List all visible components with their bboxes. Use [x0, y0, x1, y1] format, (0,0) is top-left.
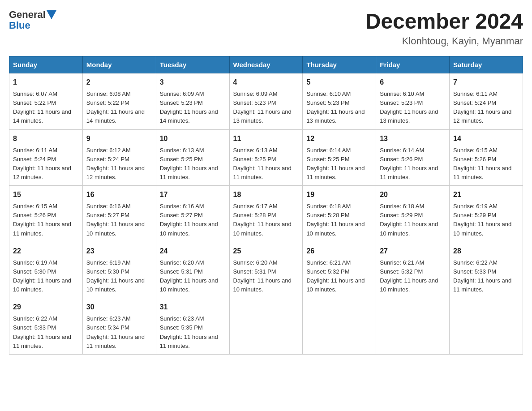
- calendar-cell: 13 Sunrise: 6:14 AMSunset: 5:26 PMDaylig…: [376, 129, 450, 186]
- calendar-cell: 18 Sunrise: 6:17 AMSunset: 5:28 PMDaylig…: [229, 186, 303, 242]
- calendar-cell: 21 Sunrise: 6:19 AMSunset: 5:29 PMDaylig…: [450, 186, 523, 242]
- calendar-cell: 9 Sunrise: 6:12 AMSunset: 5:24 PMDayligh…: [82, 129, 156, 186]
- calendar-cell: 20 Sunrise: 6:18 AMSunset: 5:29 PMDaylig…: [376, 186, 450, 242]
- day-number: 27: [380, 246, 446, 257]
- day-number: 5: [306, 77, 372, 88]
- day-number: 13: [380, 133, 446, 144]
- day-info: Sunrise: 6:16 AMSunset: 5:27 PMDaylight:…: [86, 203, 145, 236]
- header-tuesday: Tuesday: [156, 56, 229, 73]
- day-info: Sunrise: 6:10 AMSunset: 5:23 PMDaylight:…: [380, 90, 438, 124]
- calendar-cell: 2 Sunrise: 6:08 AMSunset: 5:22 PMDayligh…: [82, 73, 156, 130]
- week-row-3: 15 Sunrise: 6:15 AMSunset: 5:26 PMDaylig…: [9, 186, 523, 242]
- header-wednesday: Wednesday: [229, 56, 303, 73]
- calendar-cell: 14 Sunrise: 6:15 AMSunset: 5:26 PMDaylig…: [450, 129, 523, 186]
- day-info: Sunrise: 6:20 AMSunset: 5:31 PMDaylight:…: [233, 259, 292, 293]
- day-number: 10: [160, 133, 226, 144]
- calendar-cell: [229, 298, 303, 355]
- calendar-cell: 1 Sunrise: 6:07 AMSunset: 5:22 PMDayligh…: [9, 73, 83, 130]
- calendar-cell: [450, 298, 523, 355]
- day-number: 22: [13, 246, 79, 257]
- day-number: 29: [13, 302, 79, 313]
- day-number: 21: [453, 189, 519, 200]
- logo-general: General: [9, 9, 46, 21]
- calendar-cell: 29 Sunrise: 6:22 AMSunset: 5:33 PMDaylig…: [9, 298, 83, 355]
- day-info: Sunrise: 6:09 AMSunset: 5:23 PMDaylight:…: [233, 90, 292, 124]
- day-info: Sunrise: 6:09 AMSunset: 5:23 PMDaylight:…: [160, 90, 218, 124]
- calendar-cell: 28 Sunrise: 6:22 AMSunset: 5:33 PMDaylig…: [450, 242, 523, 298]
- calendar-cell: 24 Sunrise: 6:20 AMSunset: 5:31 PMDaylig…: [156, 242, 229, 298]
- week-row-2: 8 Sunrise: 6:11 AMSunset: 5:24 PMDayligh…: [9, 129, 523, 186]
- day-info: Sunrise: 6:12 AMSunset: 5:24 PMDaylight:…: [86, 147, 145, 180]
- day-info: Sunrise: 6:07 AMSunset: 5:22 PMDaylight:…: [13, 90, 71, 124]
- day-info: Sunrise: 6:10 AMSunset: 5:23 PMDaylight:…: [306, 90, 365, 124]
- day-info: Sunrise: 6:22 AMSunset: 5:33 PMDaylight:…: [453, 259, 511, 293]
- week-row-1: 1 Sunrise: 6:07 AMSunset: 5:22 PMDayligh…: [9, 73, 523, 130]
- calendar-table: SundayMondayTuesdayWednesdayThursdayFrid…: [9, 56, 523, 355]
- header-thursday: Thursday: [303, 56, 376, 73]
- calendar-cell: 15 Sunrise: 6:15 AMSunset: 5:26 PMDaylig…: [9, 186, 83, 242]
- calendar-cell: 6 Sunrise: 6:10 AMSunset: 5:23 PMDayligh…: [376, 73, 450, 130]
- header-saturday: Saturday: [450, 56, 523, 73]
- calendar-cell: 12 Sunrise: 6:14 AMSunset: 5:25 PMDaylig…: [303, 129, 376, 186]
- day-number: 25: [233, 246, 299, 257]
- day-number: 2: [86, 77, 152, 88]
- day-info: Sunrise: 6:11 AMSunset: 5:24 PMDaylight:…: [453, 90, 511, 124]
- day-number: 15: [13, 189, 79, 200]
- header-sunday: Sunday: [9, 56, 83, 73]
- day-number: 7: [453, 77, 519, 88]
- svg-marker-0: [47, 10, 56, 19]
- calendar-cell: [376, 298, 450, 355]
- day-number: 19: [306, 189, 372, 200]
- calendar-cell: 23 Sunrise: 6:19 AMSunset: 5:30 PMDaylig…: [82, 242, 156, 298]
- day-info: Sunrise: 6:18 AMSunset: 5:28 PMDaylight:…: [306, 203, 365, 236]
- day-info: Sunrise: 6:13 AMSunset: 5:25 PMDaylight:…: [160, 147, 218, 180]
- day-number: 9: [86, 133, 152, 144]
- location-title: Klonhtoug, Kayin, Myanmar: [365, 35, 523, 47]
- calendar-cell: 30 Sunrise: 6:23 AMSunset: 5:34 PMDaylig…: [82, 298, 156, 355]
- day-info: Sunrise: 6:14 AMSunset: 5:26 PMDaylight:…: [380, 147, 438, 180]
- day-number: 12: [306, 133, 372, 144]
- day-info: Sunrise: 6:19 AMSunset: 5:29 PMDaylight:…: [453, 203, 511, 236]
- day-number: 28: [453, 246, 519, 257]
- calendar-cell: 25 Sunrise: 6:20 AMSunset: 5:31 PMDaylig…: [229, 242, 303, 298]
- day-info: Sunrise: 6:22 AMSunset: 5:33 PMDaylight:…: [13, 315, 71, 349]
- calendar-cell: [303, 298, 376, 355]
- calendar-cell: 8 Sunrise: 6:11 AMSunset: 5:24 PMDayligh…: [9, 129, 83, 186]
- calendar-cell: 26 Sunrise: 6:21 AMSunset: 5:32 PMDaylig…: [303, 242, 376, 298]
- day-info: Sunrise: 6:18 AMSunset: 5:29 PMDaylight:…: [380, 203, 438, 236]
- day-info: Sunrise: 6:15 AMSunset: 5:26 PMDaylight:…: [453, 147, 511, 180]
- day-number: 30: [86, 302, 152, 313]
- day-number: 23: [86, 246, 152, 257]
- calendar-cell: 27 Sunrise: 6:21 AMSunset: 5:32 PMDaylig…: [376, 242, 450, 298]
- day-info: Sunrise: 6:23 AMSunset: 5:35 PMDaylight:…: [160, 315, 218, 349]
- calendar-cell: 3 Sunrise: 6:09 AMSunset: 5:23 PMDayligh…: [156, 73, 229, 130]
- day-info: Sunrise: 6:11 AMSunset: 5:24 PMDaylight:…: [13, 147, 71, 180]
- day-number: 31: [160, 302, 226, 313]
- day-number: 17: [160, 189, 226, 200]
- calendar-cell: 16 Sunrise: 6:16 AMSunset: 5:27 PMDaylig…: [82, 186, 156, 242]
- calendar-header-row: SundayMondayTuesdayWednesdayThursdayFrid…: [9, 56, 523, 73]
- day-number: 26: [306, 246, 372, 257]
- day-info: Sunrise: 6:08 AMSunset: 5:22 PMDaylight:…: [86, 90, 145, 124]
- calendar-cell: 4 Sunrise: 6:09 AMSunset: 5:23 PMDayligh…: [229, 73, 303, 130]
- calendar-cell: 17 Sunrise: 6:16 AMSunset: 5:27 PMDaylig…: [156, 186, 229, 242]
- day-number: 4: [233, 77, 299, 88]
- day-info: Sunrise: 6:13 AMSunset: 5:25 PMDaylight:…: [233, 147, 292, 180]
- header-monday: Monday: [82, 56, 156, 73]
- day-number: 3: [160, 77, 226, 88]
- day-info: Sunrise: 6:16 AMSunset: 5:27 PMDaylight:…: [160, 203, 218, 236]
- header: General Blue December 2024 Klonhtoug, Ka…: [9, 9, 523, 47]
- day-info: Sunrise: 6:20 AMSunset: 5:31 PMDaylight:…: [160, 259, 218, 293]
- day-info: Sunrise: 6:19 AMSunset: 5:30 PMDaylight:…: [86, 259, 145, 293]
- day-info: Sunrise: 6:21 AMSunset: 5:32 PMDaylight:…: [380, 259, 438, 293]
- calendar-cell: 22 Sunrise: 6:19 AMSunset: 5:30 PMDaylig…: [9, 242, 83, 298]
- calendar-cell: 19 Sunrise: 6:18 AMSunset: 5:28 PMDaylig…: [303, 186, 376, 242]
- calendar-cell: 7 Sunrise: 6:11 AMSunset: 5:24 PMDayligh…: [450, 73, 523, 130]
- day-info: Sunrise: 6:15 AMSunset: 5:26 PMDaylight:…: [13, 203, 71, 236]
- day-info: Sunrise: 6:19 AMSunset: 5:30 PMDaylight:…: [13, 259, 71, 293]
- day-info: Sunrise: 6:17 AMSunset: 5:28 PMDaylight:…: [233, 203, 292, 236]
- day-number: 1: [13, 77, 79, 88]
- day-number: 24: [160, 246, 226, 257]
- calendar-cell: 11 Sunrise: 6:13 AMSunset: 5:25 PMDaylig…: [229, 129, 303, 186]
- header-friday: Friday: [376, 56, 450, 73]
